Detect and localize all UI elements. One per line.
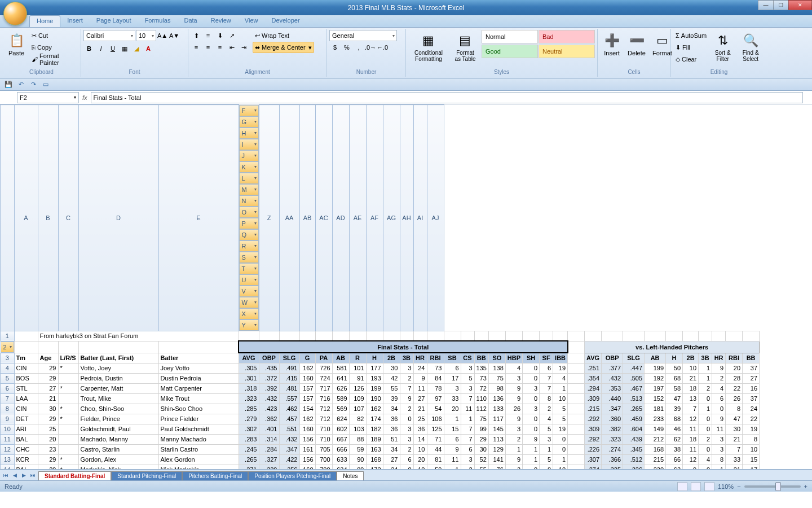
tab-developer[interactable]: Developer: [264, 15, 306, 27]
col-header[interactable]: AJ: [427, 105, 444, 331]
qat-redo[interactable]: ↷: [28, 80, 38, 90]
tab-home[interactable]: Home: [29, 15, 60, 27]
dec-decimal[interactable]: ←.0: [377, 42, 388, 53]
bold-button[interactable]: B: [83, 43, 95, 54]
col-header[interactable]: L: [239, 173, 259, 184]
align-top[interactable]: ⬆: [191, 30, 202, 41]
percent-button[interactable]: %: [341, 42, 352, 53]
font-color-button[interactable]: A: [143, 43, 154, 54]
sheet-tab-batting[interactable]: Standard Batting-Final: [38, 471, 111, 480]
col-header[interactable]: AH: [400, 105, 413, 331]
style-neutral[interactable]: Neutral: [539, 45, 595, 58]
col-header[interactable]: Y: [239, 319, 259, 331]
col-header[interactable]: K: [239, 161, 259, 173]
shrink-font-button[interactable]: A▼: [169, 30, 180, 41]
col-header[interactable]: V: [239, 286, 259, 297]
col-header[interactable]: B: [38, 105, 58, 331]
col-header[interactable]: Q: [239, 229, 259, 240]
col-header[interactable]: E: [158, 105, 239, 331]
number-format-select[interactable]: General: [329, 30, 397, 41]
col-header[interactable]: AF: [366, 105, 383, 331]
col-header[interactable]: T: [239, 263, 259, 274]
col-header[interactable]: S: [239, 252, 259, 263]
col-header[interactable]: N: [239, 195, 259, 207]
autosum-button[interactable]: ΣAutoSum: [673, 30, 709, 41]
tab-view[interactable]: View: [238, 15, 265, 27]
tab-page-layout[interactable]: Page Layout: [90, 15, 138, 27]
tab-review[interactable]: Review: [204, 15, 238, 27]
clear-button[interactable]: ◇Clear: [673, 54, 709, 65]
tab-nav[interactable]: ⏮◀▶⏭: [0, 472, 38, 478]
col-header[interactable]: I: [239, 139, 259, 150]
font-size-select[interactable]: 10: [136, 30, 156, 41]
sheet-tab-pitching[interactable]: Standard Pitching-Final: [111, 471, 182, 480]
col-header[interactable]: AA: [279, 105, 299, 331]
col-header[interactable]: U: [239, 274, 259, 286]
name-box[interactable]: F2▾: [17, 92, 79, 103]
inc-decimal[interactable]: .0→: [365, 42, 376, 53]
italic-button[interactable]: I: [95, 43, 107, 54]
fill-button[interactable]: ⬇Fill: [673, 42, 709, 53]
conditional-formatting-button[interactable]: ▦Conditional Formatting: [408, 30, 449, 64]
col-header[interactable]: AI: [413, 105, 427, 331]
align-middle[interactable]: ≡: [202, 30, 214, 41]
merge-center-button[interactable]: ⬌Merge & Center▾: [253, 42, 314, 53]
sheet-tab-notes[interactable]: Notes: [337, 471, 364, 480]
sheet-tab-pitchers-batting[interactable]: Pitchers Batting-Final: [182, 471, 248, 480]
fx-icon[interactable]: fx: [82, 94, 87, 101]
align-left[interactable]: ≡: [191, 42, 202, 53]
orientation-button[interactable]: ↗: [226, 30, 237, 41]
align-right[interactable]: ≡: [214, 42, 226, 53]
zoom-slider[interactable]: [744, 485, 801, 488]
align-center[interactable]: ≡: [202, 42, 214, 53]
sort-filter-button[interactable]: ⇅Sort & Filter: [710, 30, 735, 64]
close-button[interactable]: ✕: [788, 0, 812, 10]
col-header[interactable]: Z: [259, 105, 279, 331]
paste-button[interactable]: 📋Paste: [5, 30, 28, 58]
format-painter-button[interactable]: 🖌Format Painter: [29, 54, 78, 65]
col-header[interactable]: AG: [383, 105, 400, 331]
qat-save[interactable]: 💾: [3, 80, 14, 90]
view-pagebreak[interactable]: [704, 482, 714, 491]
col-header[interactable]: AD: [332, 105, 349, 331]
col-header[interactable]: AE: [349, 105, 366, 331]
zoom-in[interactable]: +: [804, 483, 807, 490]
fill-color-button[interactable]: ◢: [131, 43, 142, 54]
insert-cells-button[interactable]: ➕Insert: [600, 30, 624, 58]
wrap-text-button[interactable]: ↩Wrap Text: [253, 30, 314, 41]
zoom-out[interactable]: −: [737, 483, 740, 490]
col-header[interactable]: P: [239, 218, 259, 229]
tab-formulas[interactable]: Formulas: [138, 15, 178, 27]
find-select-button[interactable]: 🔍Find & Select: [736, 30, 765, 64]
format-as-table-button[interactable]: ▤Format as Table: [450, 30, 480, 64]
minimize-button[interactable]: —: [758, 0, 774, 10]
comma-button[interactable]: ,: [353, 42, 364, 53]
inc-indent[interactable]: ⇥: [238, 42, 249, 53]
col-header[interactable]: C: [58, 105, 78, 331]
style-normal[interactable]: Normal: [482, 30, 538, 43]
delete-cells-button[interactable]: ➖Delete: [625, 30, 648, 58]
worksheet-area[interactable]: ABCDEFGHIJKLMNOPQRSTUVWXYZAAABACADAEAFAG…: [0, 104, 812, 469]
col-header[interactable]: O: [239, 207, 259, 218]
col-header[interactable]: D: [78, 105, 158, 331]
col-header[interactable]: X: [239, 308, 259, 319]
view-layout[interactable]: [691, 482, 701, 491]
col-header[interactable]: M: [239, 184, 259, 195]
grid[interactable]: ABCDEFGHIJKLMNOPQRSTUVWXYZAAABACADAEAFAG…: [0, 104, 775, 469]
formula-bar[interactable]: Final Stats - Total: [91, 92, 803, 103]
col-header[interactable]: H: [239, 128, 259, 139]
underline-button[interactable]: U: [107, 43, 118, 54]
tab-data[interactable]: Data: [177, 15, 204, 27]
style-bad[interactable]: Bad: [539, 30, 595, 43]
col-header[interactable]: AB: [299, 105, 315, 331]
currency-button[interactable]: $: [329, 42, 341, 53]
col-header[interactable]: F: [239, 105, 259, 116]
border-button[interactable]: ▦: [119, 43, 130, 54]
col-header[interactable]: J: [239, 150, 259, 161]
sheet-tab-position-pitching[interactable]: Position Players Pitching-Final: [248, 471, 337, 480]
style-good[interactable]: Good: [482, 45, 538, 58]
col-header[interactable]: R: [239, 240, 259, 252]
qat-undo[interactable]: ↶: [16, 80, 26, 90]
align-bottom[interactable]: ⬇: [214, 30, 226, 41]
col-header[interactable]: W: [239, 297, 259, 308]
